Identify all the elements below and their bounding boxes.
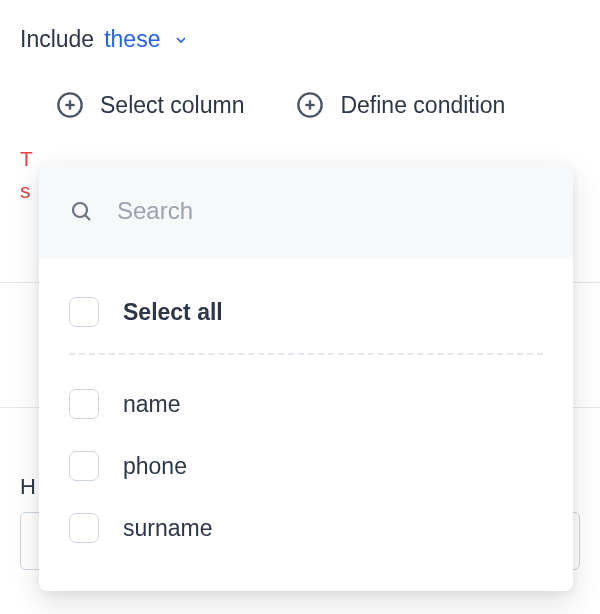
filter-buttons-row: Select column Define condition (0, 67, 600, 143)
hidden-field-label: H (20, 474, 36, 500)
list-item[interactable]: surname (69, 497, 543, 559)
define-condition-button[interactable]: Define condition (296, 91, 505, 119)
select-column-button[interactable]: Select column (56, 91, 244, 119)
search-icon (69, 199, 93, 223)
checkbox[interactable] (69, 513, 99, 543)
these-dropdown-trigger[interactable]: these (104, 26, 160, 53)
checkbox[interactable] (69, 297, 99, 327)
column-select-dropdown: Select all name phone surname (39, 163, 573, 591)
options-separator (69, 353, 543, 355)
chevron-down-icon[interactable] (172, 31, 190, 49)
select-all-label: Select all (123, 299, 223, 326)
option-label: phone (123, 453, 187, 480)
checkbox[interactable] (69, 451, 99, 481)
svg-point-6 (73, 203, 87, 217)
list-item[interactable]: name (69, 373, 543, 435)
option-label: name (123, 391, 181, 418)
select-column-label: Select column (100, 92, 244, 119)
plus-circle-icon (56, 91, 84, 119)
select-all-option[interactable]: Select all (69, 281, 543, 343)
dropdown-search-bar (39, 163, 573, 259)
option-label: surname (123, 515, 212, 542)
define-condition-label: Define condition (340, 92, 505, 119)
search-input[interactable] (117, 197, 543, 225)
plus-circle-icon (296, 91, 324, 119)
dropdown-options: Select all name phone surname (39, 259, 573, 591)
include-label: Include (20, 26, 94, 53)
svg-line-7 (85, 215, 90, 220)
checkbox[interactable] (69, 389, 99, 419)
filter-header: Include these (0, 0, 600, 67)
list-item[interactable]: phone (69, 435, 543, 497)
